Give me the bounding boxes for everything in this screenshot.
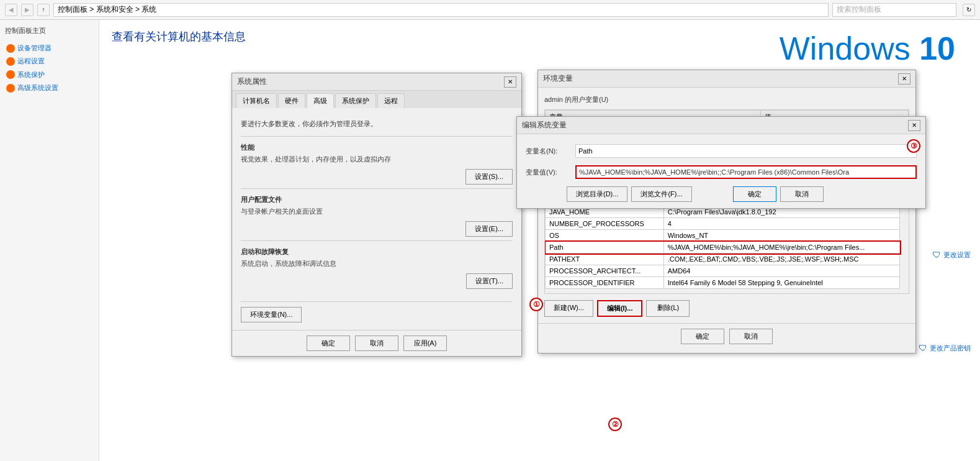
sidebar: 控制面板主页 设备管理器 远程设置 系统保护 高级系统设置: [0, 20, 99, 461]
perf-settings-button[interactable]: 设置(S)...: [465, 169, 513, 185]
sysprop-footer: 确定 取消 应用(A): [232, 330, 521, 356]
sys-delete-button[interactable]: 删除(L): [646, 300, 690, 317]
device-manager-icon: [6, 44, 15, 53]
envvar-close-button[interactable]: ✕: [898, 73, 910, 84]
editsysvar-close-button[interactable]: ✕: [908, 120, 920, 131]
envvar-dialog: 环境变量 ✕ admin 的用户变量(U) 变量 值: [537, 70, 916, 354]
startup-label: 启动和故障恢复: [241, 247, 513, 257]
editsysvar-titlebar[interactable]: 编辑系统变量 ✕: [517, 117, 925, 134]
table-row[interactable]: NUMBER_OF_PROCESSORS4: [546, 218, 900, 230]
annotation-3: ③: [907, 139, 920, 153]
key-label: 更改产品密钥: [930, 344, 971, 353]
envvar-cancel-button[interactable]: 取消: [729, 329, 773, 344]
sysprop-close-button[interactable]: ✕: [504, 76, 516, 88]
sysprop-dialog: 系统属性 ✕ 计算机名 硬件 高级 系统保护 远程 要进行大多数更改，你必须作为…: [232, 73, 522, 357]
perf-label: 性能: [241, 143, 513, 152]
sys-new-button[interactable]: 新建(W)...: [544, 300, 593, 317]
sidebar-item-advanced[interactable]: 高级系统设置: [5, 81, 94, 94]
system-vars-buttons: 新建(W)... 编辑(I)... 删除(L) ①: [538, 296, 915, 321]
var-value-cell: Intel64 Family 6 Model 58 Stepping 9, Ge…: [663, 277, 899, 289]
profile-settings-button[interactable]: 设置(E)...: [465, 221, 513, 237]
key-icon: 🛡: [919, 343, 927, 353]
sysprop-cancel-button[interactable]: 取消: [355, 335, 398, 351]
var-value-cell: 4: [663, 218, 899, 230]
var-name-label: 变量名(N):: [526, 147, 569, 156]
editsysvar-cancel-button[interactable]: 取消: [780, 186, 824, 202]
sidebar-item-device-manager[interactable]: 设备管理器: [5, 42, 94, 55]
advanced-icon: [6, 84, 15, 93]
var-name-input[interactable]: [575, 144, 917, 158]
protection-icon: [6, 70, 15, 79]
profile-desc: 与登录帐户相关的桌面设置: [241, 207, 513, 216]
sidebar-item-label: 远程设置: [17, 57, 45, 66]
content-area: 查看有关计算机的基本信息 Windows 10 🛡 更改设置 🛡 更改产品密钥 …: [99, 20, 980, 461]
tab-sysprotect[interactable]: 系统保护: [335, 93, 376, 108]
main-area: 控制面板主页 设备管理器 远程设置 系统保护 高级系统设置 查看有关计算机的基本…: [0, 20, 980, 461]
sysprop-title: 系统属性: [237, 76, 267, 87]
change-key-link[interactable]: 🛡 更改产品密钥: [919, 343, 971, 353]
var-name-cell: Path: [546, 242, 664, 253]
var-name-row: 变量名(N):: [517, 140, 925, 162]
sidebar-title: 控制面板主页: [5, 26, 94, 35]
address-bar[interactable]: 控制面板 > 系统和安全 > 系统: [53, 3, 829, 17]
windows10-logo: Windows 10: [780, 32, 955, 65]
tab-bar: 计算机名 硬件 高级 系统保护 远程: [232, 91, 521, 108]
envvar-title: 环境变量: [543, 73, 573, 84]
table-row[interactable]: PATHEXT.COM;.EXE;.BAT;.CMD;.VBS;.VBE;.JS…: [546, 253, 900, 265]
sysprop-body: 要进行大多数更改，你必须作为管理员登录。 性能 视觉效果，处理器计划，内存使用，…: [232, 108, 521, 330]
var-value-cell: %JAVA_HOME%\bin;%JAVA_HOME%\jre\bin;C:\P…: [663, 242, 899, 253]
var-value-cell: AMD64: [663, 265, 899, 277]
browse-file-button[interactable]: 浏览文件(F)...: [631, 186, 691, 202]
admin-notice: 要进行大多数更改，你必须作为管理员登录。: [241, 116, 513, 132]
up-button[interactable]: ↑: [37, 4, 50, 16]
sidebar-item-system-protection[interactable]: 系统保护: [5, 68, 94, 81]
sidebar-item-label: 高级系统设置: [17, 83, 58, 93]
envvar-ok-button[interactable]: 确定: [681, 329, 724, 344]
var-name-cell: OS: [546, 230, 664, 242]
var-value-label: 变量值(V):: [526, 168, 569, 177]
table-row[interactable]: PROCESSOR_ARCHITECT...AMD64: [546, 265, 900, 277]
annotation-1: ①: [529, 298, 543, 311]
remote-icon: [6, 57, 15, 66]
back-button[interactable]: ◀: [5, 4, 17, 16]
sysprop-titlebar[interactable]: 系统属性 ✕: [232, 73, 521, 91]
search-bar[interactable]: 搜索控制面板: [832, 3, 956, 17]
sidebar-item-label: 设备管理器: [17, 43, 52, 53]
var-value-input[interactable]: [575, 165, 917, 179]
table-row[interactable]: OSWindows_NT: [546, 230, 900, 242]
startup-desc: 系统启动，系统故障和调试信息: [241, 259, 513, 268]
top-bar: ◀ ▶ ↑ 控制面板 > 系统和安全 > 系统 搜索控制面板 ↻: [0, 0, 980, 20]
table-row[interactable]: Path%JAVA_HOME%\bin;%JAVA_HOME%\jre\bin;…: [546, 242, 900, 253]
change-settings-link[interactable]: 🛡 更改设置: [932, 250, 971, 260]
user-vars-label: admin 的用户变量(U): [538, 91, 915, 107]
var-name-cell: PROCESSOR_ARCHITECT...: [546, 265, 664, 277]
envvar-footer: 确定 取消: [538, 323, 915, 349]
table-row[interactable]: PROCESSOR_IDENTIFIERIntel64 Family 6 Mod…: [546, 277, 900, 289]
annotation-2: ②: [608, 418, 622, 431]
sidebar-item-remote[interactable]: 远程设置: [5, 55, 94, 68]
refresh-button[interactable]: ↻: [963, 4, 975, 16]
var-value-cell: .COM;.EXE;.BAT;.CMD;.VBS;.VBE;.JS;.JSE;.…: [663, 253, 899, 265]
editsysvar-browse-buttons: 浏览目录(D)... 浏览文件(F)... 确定 取消: [517, 183, 925, 206]
envvar-button[interactable]: 环境变量(N)...: [241, 307, 302, 322]
sys-edit-button[interactable]: 编辑(I)...: [597, 300, 643, 317]
sysprop-apply-button[interactable]: 应用(A): [403, 335, 447, 351]
envvar-titlebar[interactable]: 环境变量 ✕: [538, 70, 915, 88]
editsysvar-ok-button[interactable]: 确定: [733, 186, 776, 202]
browse-dir-button[interactable]: 浏览目录(D)...: [567, 186, 627, 202]
tab-hardware[interactable]: 硬件: [278, 93, 305, 108]
perf-desc: 视觉效果，处理器计划，内存使用，以及虚拟内存: [241, 155, 513, 164]
var-value-row: 变量值(V):: [517, 162, 925, 183]
tab-remote[interactable]: 远程: [377, 93, 405, 108]
startup-settings-button[interactable]: 设置(T)...: [466, 273, 513, 289]
var-value-cell: Windows_NT: [663, 230, 899, 242]
sidebar-item-label: 系统保护: [17, 70, 45, 80]
tab-advanced[interactable]: 高级: [307, 93, 334, 109]
link-label: 更改设置: [943, 250, 971, 260]
var-name-cell: PROCESSOR_IDENTIFIER: [546, 277, 664, 289]
forward-button[interactable]: ▶: [21, 4, 34, 16]
sysprop-ok-button[interactable]: 确定: [307, 335, 350, 351]
editsysvar-title: 编辑系统变量: [522, 120, 567, 130]
var-name-cell: NUMBER_OF_PROCESSORS: [546, 218, 664, 230]
tab-computername[interactable]: 计算机名: [236, 93, 277, 108]
